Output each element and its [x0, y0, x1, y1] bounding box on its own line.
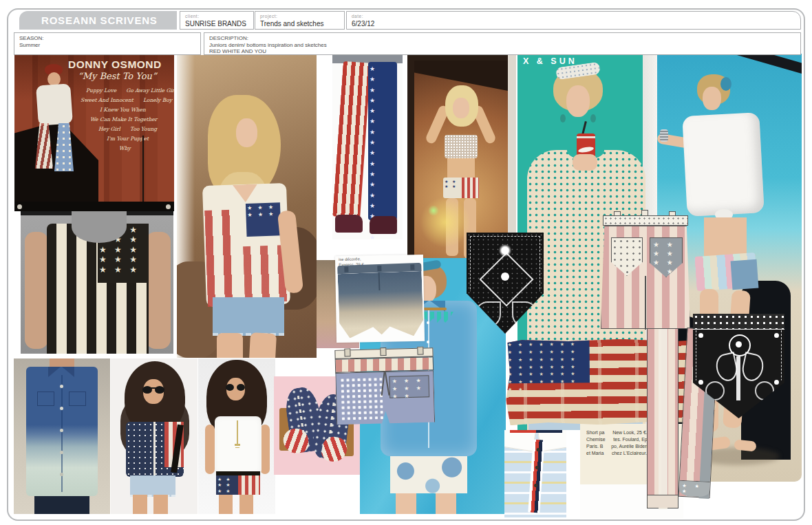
flag-shorts-stripes — [238, 475, 260, 495]
buttons — [537, 448, 540, 451]
denim-patch — [731, 259, 759, 290]
midriff — [447, 158, 475, 178]
leg — [219, 495, 233, 514]
record-label-logo — [166, 204, 171, 209]
leg — [153, 495, 168, 514]
ombre-shorts-photo — [337, 263, 424, 339]
season-field: SEASON: Summer — [14, 32, 201, 55]
clip-text-line: ise décorée, — [339, 256, 423, 261]
flag-tee-woman-photo: ★ ★ ★ ★ ★ ★ — [177, 55, 317, 358]
album-cover-photo: DONNY OSMOND “My Best To You” Puppy Love… — [14, 54, 174, 211]
button-placket — [61, 375, 63, 492]
belt-loop — [344, 348, 350, 356]
tee-stripes — [204, 209, 241, 307]
stars-pattern: ★ ★ ★ ★ ★ ★ — [216, 475, 238, 495]
star-leg: ★ ★ ★ ★ ★ ★ ★ ★ ★ ★ ★ ★ ★ ★ ★ ★ ★ ★ — [368, 62, 397, 220]
magazine-headline: X & SUN — [523, 56, 577, 66]
chest-pocket-right — [69, 392, 86, 406]
scoop-neck — [72, 211, 127, 243]
belt-loop — [344, 267, 348, 272]
sunglasses-bridge — [151, 387, 156, 389]
leg — [436, 493, 456, 514]
dipdye-denim-shirt-photo — [14, 358, 110, 514]
leg — [133, 495, 147, 514]
date-value: 6/23/12 — [352, 20, 800, 28]
flag-shorts: ★ ★ ★ ★ — [443, 178, 479, 198]
face — [566, 85, 590, 117]
album-track-line: Sweet And InnocentLonely Boy — [81, 97, 172, 103]
client-field: client: SUNRISE BRANDS — [180, 11, 254, 30]
album-artist: DONNY OSMOND — [68, 58, 173, 71]
description-line1: Juniors denim/ bottoms inspiration and s… — [209, 42, 800, 48]
collar-left — [48, 367, 61, 377]
date-label: date: — [352, 14, 800, 19]
crest-dot — [736, 341, 742, 347]
hand — [573, 154, 597, 171]
stud-panel — [339, 376, 383, 420]
boot — [370, 216, 397, 234]
white-shirt — [682, 112, 764, 217]
stud-flap — [693, 314, 784, 330]
earring — [590, 114, 596, 122]
fly-seam — [378, 272, 381, 290]
stripe-leg — [332, 61, 371, 218]
jeep-roll-bar — [732, 54, 802, 82]
face — [703, 87, 721, 110]
center-zip-line — [736, 356, 740, 400]
album-track-line: Puppy LoveGo Away Little Girl — [86, 87, 174, 94]
album-track-line: Hey GirlToo Young — [98, 126, 157, 132]
arm — [260, 425, 270, 474]
face — [236, 118, 257, 147]
album-bottom-bar — [14, 202, 174, 211]
project-label: project: — [260, 14, 344, 19]
sunglasses — [226, 384, 234, 391]
stars-pattern: ★ ★ ★ ★ ★ ★ ★ ★ ★ ★ ★ ★ ★ ★ ★ ★ ★ ★ — [368, 62, 397, 239]
client-value: SUNRISE BRANDS — [185, 20, 253, 28]
rivets — [698, 333, 703, 338]
brand-box: ROSEANN SCRIVENS — [19, 11, 177, 30]
project-value: Trends and sketches — [260, 20, 344, 28]
center-seam — [645, 276, 646, 330]
album-track-line: Why — [119, 145, 131, 151]
white-tank — [215, 416, 261, 475]
stripe-yoke — [335, 356, 434, 373]
collar-right — [62, 367, 74, 377]
description-label: DESCRIPTION: — [209, 35, 800, 41]
dark-jeans — [34, 496, 89, 514]
album-title: “My Best To You” — [78, 71, 174, 81]
sunglasses — [237, 384, 245, 391]
season-value: Summer — [19, 42, 200, 48]
earring — [560, 114, 566, 122]
stars-pattern: ★ ★ ★ ★ ★ ★ — [246, 202, 281, 219]
brand-name: ROSEANN SCRIVENS — [19, 14, 158, 26]
lens-flare — [428, 205, 439, 216]
denim-cutoffs — [130, 475, 175, 497]
white-suit — [36, 83, 73, 125]
stars-pattern: ★ ★ ★ ★ — [443, 178, 462, 191]
album-track-line: We Can Make It Together — [90, 116, 157, 122]
shorts-body — [338, 271, 424, 339]
season-label: SEASON: — [19, 35, 200, 41]
flag-shirt-woman-photo — [111, 358, 197, 514]
stars-pattern: ★ ★ ★ ★ ★ ★ ★ ★ ★ ★ ★ ★ ★ ★ ★ ★ ★ ★ ★ ★ … — [505, 339, 590, 395]
star-pocket: ★ ★ ★ ★ ★ ★ ★ ★ — [389, 375, 429, 398]
belt-loop — [377, 266, 381, 271]
moodboard-collage: DONNY OSMOND “My Best To You” Puppy Love… — [0, 0, 812, 525]
shirt-placket — [153, 422, 156, 477]
boot — [335, 215, 363, 233]
jeans-leg-left — [647, 328, 679, 508]
album-track-line: I Knew You When — [100, 107, 146, 113]
description-field: DESCRIPTION: Juniors denim/ bottoms insp… — [204, 32, 801, 55]
face — [453, 98, 469, 118]
belt-loop — [410, 264, 414, 270]
record-label-logo — [17, 204, 22, 209]
project-field: project: Trends and sketches — [255, 11, 345, 30]
arm-right — [146, 232, 171, 349]
striped-polo-photo — [504, 430, 566, 517]
mic-stand — [142, 136, 144, 202]
client-label: client: — [185, 14, 253, 19]
sunglasses — [155, 386, 164, 394]
leg — [246, 332, 277, 358]
trend-board-page: ROSEANN SCRIVENS client: SUNRISE BRANDS … — [0, 0, 812, 525]
cross-pendant — [235, 444, 240, 446]
